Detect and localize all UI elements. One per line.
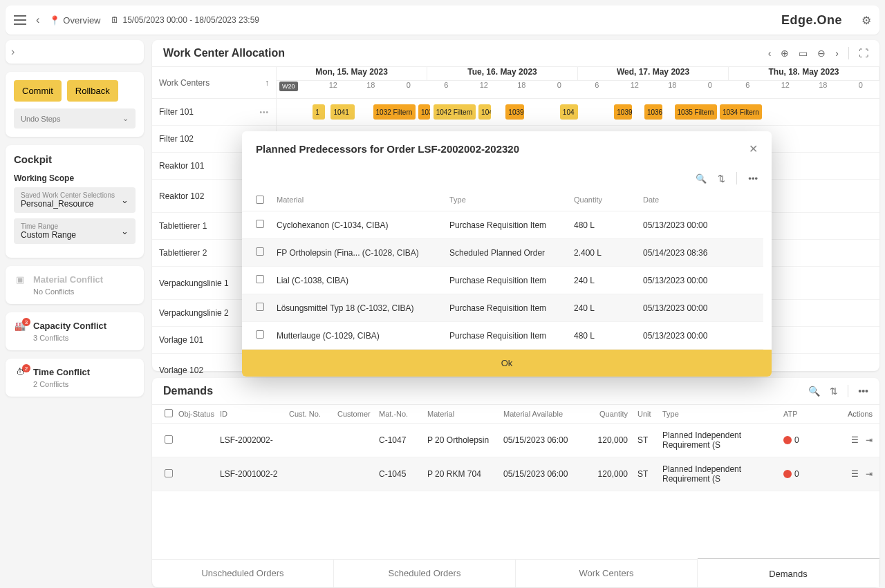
ok-button[interactable]: Ok	[242, 350, 772, 377]
col-avail[interactable]: Material Available	[503, 410, 586, 418]
modal-row[interactable]: FP Ortholepsin (Fina... (C-1028, CIBA) S…	[242, 239, 763, 267]
modal-col-date[interactable]: Date	[643, 196, 740, 205]
prev-icon[interactable]: ‹	[768, 48, 772, 59]
rollback-button[interactable]: Rollback	[67, 80, 118, 102]
gantt-task[interactable]: 1041	[330, 104, 355, 120]
time-conflict-sub: 2 Conflicts	[33, 380, 90, 388]
sort-icon[interactable]: ↑	[265, 78, 269, 88]
demands-panel: Demands 🔍 ⇅ ••• Obj-Status ID Cust. No. …	[152, 378, 879, 587]
modal-search-icon[interactable]: 🔍	[696, 173, 707, 184]
time-range-select[interactable]: Time Range Custom Range ⌄	[14, 218, 136, 244]
modal-row-checkbox[interactable]	[256, 220, 264, 228]
wca-title: Work Center Allocation	[163, 47, 285, 59]
gantt-task[interactable]: 1042 Filtern	[434, 104, 476, 120]
col-custno[interactable]: Cust. No.	[289, 410, 337, 418]
bottom-tabs: Unscheduled OrdersScheduled OrdersWork C…	[152, 559, 879, 587]
cockpit-card: Cockpit Working Scope Saved Work Center …	[6, 145, 144, 258]
sidebar: › Commit Rollback Undo Steps ⌄ Cockpit W…	[6, 40, 144, 587]
gantt-task[interactable]: 1036	[644, 104, 662, 120]
capacity-conflict-card[interactable]: 🏭3 Capacity Conflict 3 Conflicts	[6, 312, 144, 350]
commit-button[interactable]: Commit	[14, 80, 62, 102]
filter-icon[interactable]: ⇅	[830, 386, 838, 397]
list-icon[interactable]: ☰	[851, 469, 859, 479]
bottom-tab[interactable]: Unscheduled Orders	[152, 560, 334, 587]
row-checkbox[interactable]	[165, 469, 173, 477]
gantt-hour-header: 18	[804, 81, 842, 98]
breadcrumb-label: Overview	[63, 15, 100, 26]
modal-col-qty[interactable]: Quantity	[574, 196, 643, 205]
col-obj[interactable]: Obj-Status	[178, 410, 220, 418]
modal-row[interactable]: Cyclohexanon (C-1034, CIBA) Purchase Req…	[242, 211, 763, 239]
breadcrumb[interactable]: 📍 Overview	[49, 15, 100, 26]
location-icon: 📍	[49, 15, 60, 26]
gantt-task[interactable]: 1034 Filtern	[720, 104, 762, 120]
material-conflict-title: Material Conflict	[33, 274, 103, 285]
saved-wc-value: Personal_Resource	[21, 199, 115, 209]
col-unit[interactable]: Unit	[628, 410, 662, 418]
gantt-hour-header: 12	[767, 81, 805, 98]
zoom-out-icon[interactable]: ⊖	[817, 48, 826, 59]
select-all-checkbox[interactable]	[165, 409, 173, 417]
gantt-hour-header: 0	[691, 81, 729, 98]
gantt-task[interactable]: 104	[560, 104, 578, 120]
zoom-in-icon[interactable]: ⊕	[781, 48, 789, 59]
search-icon[interactable]: 🔍	[808, 386, 820, 397]
list-icon[interactable]: ☰	[851, 435, 859, 445]
modal-more-icon[interactable]: •••	[748, 173, 758, 184]
demands-header-row: Obj-Status ID Cust. No. Customer Mat.-No…	[152, 405, 879, 424]
col-atp[interactable]: ATP	[783, 410, 811, 418]
modal-row[interactable]: Lösungsmittel Typ 18 (C-1032, CIBA) Purc…	[242, 294, 763, 322]
gantt-task[interactable]: 1042	[478, 104, 490, 120]
modal-row-checkbox[interactable]	[256, 303, 264, 311]
col-type[interactable]: Type	[662, 410, 783, 418]
bottom-tab[interactable]: Scheduled Orders	[334, 560, 516, 587]
col-id[interactable]: ID	[220, 410, 289, 418]
enter-icon[interactable]: ⇥	[866, 435, 873, 445]
modal-col-type[interactable]: Type	[449, 196, 574, 205]
bottom-tab[interactable]: Work Centers	[516, 560, 698, 587]
today-icon[interactable]: ▭	[799, 48, 808, 59]
demand-row[interactable]: LSF-2002002- C-1047 P 20 Ortholepsin 05/…	[152, 424, 879, 457]
modal-row[interactable]: Lial (C-1038, CIBA) Purchase Requisition…	[242, 267, 763, 294]
gantt-row-label[interactable]: Filter 101•••	[152, 99, 276, 126]
undo-steps-select[interactable]: Undo Steps ⌄	[14, 108, 136, 129]
modal-row-checkbox[interactable]	[256, 247, 264, 256]
gantt-task[interactable]: 1	[313, 104, 324, 120]
sliders-icon[interactable]: ⚙	[861, 14, 871, 27]
modal-row[interactable]: Mutterlauge (C-1029, CIBA) Purchase Requ…	[242, 322, 763, 350]
modal-row-checkbox[interactable]	[256, 275, 264, 283]
modal-filter-icon[interactable]: ⇅	[718, 173, 725, 184]
gantt-task[interactable]: 1035 Filtern	[675, 104, 717, 120]
saved-wc-select[interactable]: Saved Work Center Selections Personal_Re…	[14, 187, 136, 213]
col-customer[interactable]: Customer	[337, 410, 379, 418]
row-checkbox[interactable]	[165, 435, 173, 444]
close-icon[interactable]: ✕	[749, 142, 758, 155]
enter-icon[interactable]: ⇥	[866, 469, 873, 479]
col-matno[interactable]: Mat.-No.	[379, 410, 427, 418]
time-conflict-card[interactable]: ⏱2 Time Conflict 2 Conflicts	[6, 359, 144, 397]
modal-select-all[interactable]	[256, 196, 264, 204]
calendar-icon: 🗓	[111, 15, 119, 25]
gantt-task[interactable]: 1032 Filtern	[373, 104, 416, 120]
gantt-task[interactable]: 1033	[418, 104, 430, 120]
col-material[interactable]: Material	[427, 410, 503, 418]
col-qty[interactable]: Quantity	[586, 410, 628, 418]
modal-row-checkbox[interactable]	[256, 330, 264, 339]
demand-row[interactable]: LSF-2001002-2 C-1045 P 20 RKM 704 05/15/…	[152, 457, 879, 491]
more-icon[interactable]: •••	[858, 386, 868, 397]
bottom-tab[interactable]: Demands	[698, 559, 879, 587]
status-dot	[783, 436, 792, 444]
undo-label: Undo Steps	[21, 115, 60, 123]
gantt-task[interactable]: 1039	[505, 104, 523, 120]
material-conflict-card[interactable]: ▣ Material Conflict No Conflicts	[6, 266, 144, 304]
back-icon[interactable]: ‹	[36, 14, 39, 26]
gantt-task[interactable]: 1039	[614, 104, 632, 120]
sidebar-collapse-toggle[interactable]: ›	[6, 40, 144, 64]
date-range[interactable]: 🗓 15/05/2023 00:00 - 18/05/2023 23:59	[111, 15, 260, 25]
menu-icon[interactable]	[14, 15, 26, 25]
modal-col-material[interactable]: Material	[277, 196, 449, 205]
next-icon[interactable]: ›	[835, 48, 839, 59]
capacity-badge: 3	[22, 318, 30, 326]
gantt-day-header: Tue, 16. May 2023	[427, 67, 578, 80]
fullscreen-icon[interactable]: ⛶	[859, 48, 868, 59]
